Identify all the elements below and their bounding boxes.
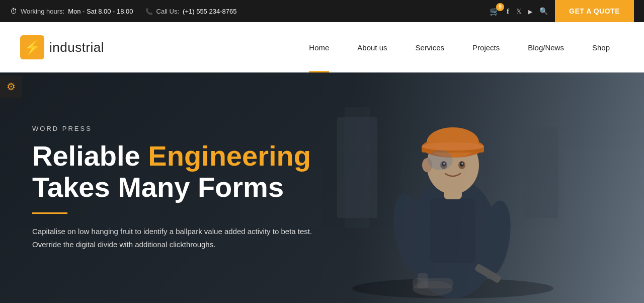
hero-title: Reliable Engineering Takes Many Forms — [32, 140, 312, 202]
logo-icon: ⚡ — [20, 35, 44, 59]
hero-section: WORD PRESS Reliable Engineering Takes Ma… — [0, 72, 644, 303]
top-bar-left: Working hours: Mon - Sat 8.00 - 18.00 Ca… — [10, 7, 236, 15]
facebook-icon[interactable] — [507, 7, 509, 16]
hero-figure — [302, 72, 604, 303]
hero-desc-line1: Capitalise on low hanging fruit to ident… — [32, 227, 312, 236]
nav-projects[interactable]: Projects — [458, 22, 514, 72]
twitter-icon[interactable] — [516, 7, 521, 15]
logo[interactable]: ⚡ industrial — [20, 35, 104, 59]
hero-pre-title: WORD PRESS — [32, 125, 312, 132]
nav-home[interactable]: Home — [295, 22, 343, 72]
nav-blognews[interactable]: Blog/News — [514, 22, 578, 72]
cart-button[interactable]: 9 — [490, 7, 500, 16]
vimeo-icon[interactable] — [528, 7, 532, 15]
nav-services[interactable]: Services — [401, 22, 459, 72]
svg-rect-2 — [430, 198, 475, 263]
settings-button[interactable] — [0, 75, 22, 98]
call-label: Call Us: — [156, 8, 180, 15]
hero-desc-line2: Override the digital divide with additio… — [32, 240, 215, 249]
svg-point-19 — [428, 150, 453, 170]
nav-shop[interactable]: Shop — [578, 22, 624, 72]
hero-title-part2: Takes Many Forms — [32, 171, 284, 203]
phone-number: (+1) 555 234-8765 — [183, 8, 236, 15]
svg-rect-21 — [345, 107, 370, 228]
header: ⚡ industrial Home About us Services Proj… — [0, 22, 644, 72]
hero-content: WORD PRESS Reliable Engineering Takes Ma… — [0, 125, 312, 251]
top-bar-right: 9 GET A QUOTE — [490, 0, 634, 22]
hero-description: Capitalise on low hanging fruit to ident… — [32, 225, 312, 251]
hero-divider — [32, 212, 67, 214]
svg-point-11 — [422, 142, 484, 150]
svg-rect-25 — [418, 273, 428, 288]
phone-icon — [145, 8, 153, 15]
working-hours-label: Working hours: — [21, 8, 64, 15]
worker-illustration — [332, 77, 574, 298]
search-icon[interactable] — [539, 7, 548, 15]
hero-title-part1: Reliable — [32, 140, 148, 172]
svg-point-17 — [461, 163, 463, 165]
nav-about[interactable]: About us — [343, 22, 401, 72]
logo-symbol: ⚡ — [24, 39, 41, 56]
working-hours-info: Working hours: Mon - Sat 8.00 - 18.00 — [10, 7, 133, 15]
working-hours-value: Mon - Sat 8.00 - 18.00 — [68, 8, 133, 15]
gear-icon — [7, 81, 16, 93]
logo-text: industrial — [49, 40, 104, 55]
cart-badge: 9 — [496, 3, 504, 11]
clock-icon — [10, 7, 17, 15]
top-bar: Working hours: Mon - Sat 8.00 - 18.00 Ca… — [0, 0, 644, 22]
main-nav: Home About us Services Projects Blog/New… — [295, 22, 624, 72]
get-quote-button[interactable]: GET A QUOTE — [555, 0, 634, 22]
hero-title-highlight: Engineering — [148, 140, 311, 172]
call-info: Call Us: (+1) 555 234-8765 — [145, 8, 237, 15]
svg-rect-22 — [523, 127, 558, 218]
